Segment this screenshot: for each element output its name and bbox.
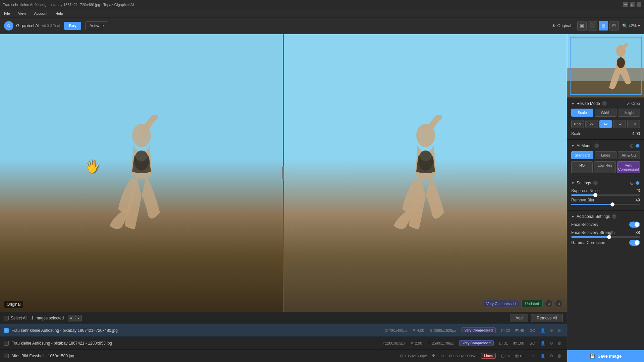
ai-model-help-icon[interactable]: ? xyxy=(594,143,599,148)
close-button[interactable]: ✕ xyxy=(637,2,641,7)
scale-6x[interactable]: 6x xyxy=(613,120,626,128)
remove-blur-track[interactable] xyxy=(571,204,640,205)
file-settings-2[interactable]: ⚙ xyxy=(548,340,555,347)
status-updated: Updated xyxy=(521,300,543,307)
view-split-h-button[interactable]: ▤ xyxy=(599,21,608,31)
file-name-1: Frau sehr kleine Auflösung - pixabay 186… xyxy=(11,328,382,333)
height-button[interactable]: Height xyxy=(618,109,640,117)
additional-chevron-icon: ▼ xyxy=(571,215,575,219)
down-button[interactable]: ∨ xyxy=(75,315,82,321)
file-row[interactable]: ✓ Frau sehr kleine Auflösung - pixabay 1… xyxy=(0,324,567,337)
face-recovery-toggle[interactable] xyxy=(629,222,640,228)
window-controls[interactable]: ─ □ ✕ xyxy=(623,2,641,7)
scale-2x[interactable]: 2x xyxy=(585,120,598,128)
up-button[interactable]: ∧ xyxy=(68,315,74,321)
selected-count: 1 images selected xyxy=(31,316,64,320)
figure-silhouette-original xyxy=(108,115,175,256)
ai-model-header[interactable]: ▼ AI Model ? ⊕ xyxy=(571,143,640,148)
buy-button[interactable]: Buy xyxy=(64,22,81,30)
file-checkbox-3[interactable] xyxy=(4,354,9,358)
quality-hq[interactable]: HQ xyxy=(571,161,593,173)
status-smiley-button[interactable]: ☺ xyxy=(545,300,553,308)
model-buttons: Standard Lines Art & CG xyxy=(571,151,640,159)
scale-05x[interactable]: 0.5x xyxy=(571,120,584,128)
suppress-noise-track[interactable] xyxy=(571,194,640,196)
remove-all-button[interactable]: Remove All xyxy=(531,314,563,322)
blur-3: ◩ 61 xyxy=(515,354,524,358)
zoom-level: 42% xyxy=(629,23,637,28)
scale-icon-3: ✥ xyxy=(432,354,435,358)
face-recovery-strength-label: Face Recovery Strength xyxy=(571,230,614,235)
face-recovery-strength-fill xyxy=(571,236,609,238)
output-res-3: ⊟ 6300x9000px xyxy=(449,354,476,358)
save-image-button[interactable]: 💾 Save Image xyxy=(567,350,644,362)
status-overlay: Very Compressed Updated ☺ ⊕ xyxy=(483,300,563,308)
settings-header[interactable]: ▼ Settings ? ⊕ xyxy=(571,180,640,186)
quality-lowres[interactable]: Low Res xyxy=(594,161,615,173)
model-badge-3: Lines xyxy=(481,353,496,359)
additional-help-icon[interactable]: ? xyxy=(612,214,616,219)
file-delete-1[interactable]: 🗑 xyxy=(556,327,563,334)
resize-mode-header[interactable]: ▼ Resize Mode ? ⤢ Crop xyxy=(571,101,640,106)
file-delete-3[interactable]: 🗑 xyxy=(556,353,563,359)
original-toggle[interactable]: 👁 Original xyxy=(552,23,571,28)
zoom-icon: 🔍 xyxy=(622,23,627,28)
settings-toggle[interactable] xyxy=(635,181,640,185)
additional-settings-section: ▼ Additional Settings ? Face Recovery Fa… xyxy=(567,211,644,252)
scale-2: ✥ 2.00 xyxy=(411,341,422,345)
menu-help[interactable]: Help xyxy=(54,11,64,16)
select-all-checkbox-box[interactable] xyxy=(4,316,9,320)
activate-button[interactable]: Activate xyxy=(85,21,108,30)
face-recovery-strength-track[interactable] xyxy=(571,236,640,238)
top-bar-right: 👁 Original ▣ ⬛ ▤ ⊞ 🔍 42% ▾ xyxy=(552,21,640,31)
save-icon: 💾 xyxy=(590,354,595,359)
file-settings-1[interactable]: ⚙ xyxy=(548,327,555,334)
scale-value-row: Scale 4.00 xyxy=(571,131,640,136)
remove-blur-fill xyxy=(571,204,612,205)
menu-view[interactable]: View xyxy=(17,11,28,16)
blur-2: ◩ 100 xyxy=(513,341,524,345)
remove-blur-label-row: Remove Blur 49 xyxy=(571,198,640,202)
file-checkbox-2[interactable] xyxy=(4,341,9,346)
file-settings-3[interactable]: ⚙ xyxy=(548,353,555,359)
view-grid-button[interactable]: ⊞ xyxy=(609,21,619,31)
model-standard[interactable]: Standard xyxy=(571,151,593,159)
model-lines[interactable]: Lines xyxy=(595,151,617,159)
scale-more[interactable]: ...x xyxy=(627,120,640,128)
title-bar: Frau sehr kleine Auflösung - pixabay 186… xyxy=(0,0,644,9)
minimize-button[interactable]: ─ xyxy=(623,2,628,7)
ai-model-plus-icon: ⊕ xyxy=(630,143,634,148)
crop-button[interactable]: ⤢ Crop xyxy=(627,101,640,106)
additional-settings-header[interactable]: ▼ Additional Settings ? xyxy=(571,214,640,219)
zoom-chevron-icon[interactable]: ▾ xyxy=(638,23,640,28)
gamma-correction-toggle[interactable] xyxy=(629,240,640,246)
ai-model-toggle[interactable] xyxy=(635,143,640,148)
scale-3: ✥ 6.00 xyxy=(432,354,443,358)
file-row-2[interactable]: Frau kleine Auflösung - pixabay 1867421 … xyxy=(0,337,567,350)
file-delete-2[interactable]: 🗑 xyxy=(556,340,563,347)
view-split-v-button[interactable]: ⬛ xyxy=(588,21,597,31)
menu-account[interactable]: Account xyxy=(33,11,49,16)
original-panel-label: Original xyxy=(4,301,23,308)
resize-mode-help-icon[interactable]: ? xyxy=(602,101,607,106)
settings-help-icon[interactable]: ? xyxy=(593,181,598,185)
file-row-3[interactable]: Altes Bild Fussball - 1050x1500.jpg ⊡ 10… xyxy=(0,350,567,362)
input-icon-1: ⊡ xyxy=(385,328,388,333)
select-all-checkbox[interactable]: Select All xyxy=(4,316,27,320)
scale-button[interactable]: Scale xyxy=(571,109,593,117)
dimension-buttons: Scale Width Height xyxy=(571,109,640,117)
file-name-3: Altes Bild Fussball - 1050x1500.jpg xyxy=(11,354,397,358)
menu-file[interactable]: File xyxy=(3,11,11,16)
figure-silhouette-updated xyxy=(392,115,459,256)
file-checkbox-1[interactable]: ✓ xyxy=(4,328,9,333)
view-single-button[interactable]: ▣ xyxy=(577,21,587,31)
face-recovery-strength-label-row: Face Recovery Strength 38 xyxy=(571,230,640,235)
maximize-button[interactable]: □ xyxy=(630,2,635,7)
quality-verycompressed[interactable]: Very Compressed xyxy=(617,161,640,173)
suppress-noise-fill xyxy=(571,194,595,196)
scale-4x[interactable]: 4x xyxy=(599,120,612,128)
status-settings-button[interactable]: ⊕ xyxy=(555,300,563,308)
add-button[interactable]: Add xyxy=(510,314,528,322)
model-artcg[interactable]: Art & CG xyxy=(618,151,640,159)
width-button[interactable]: Width xyxy=(595,109,617,117)
